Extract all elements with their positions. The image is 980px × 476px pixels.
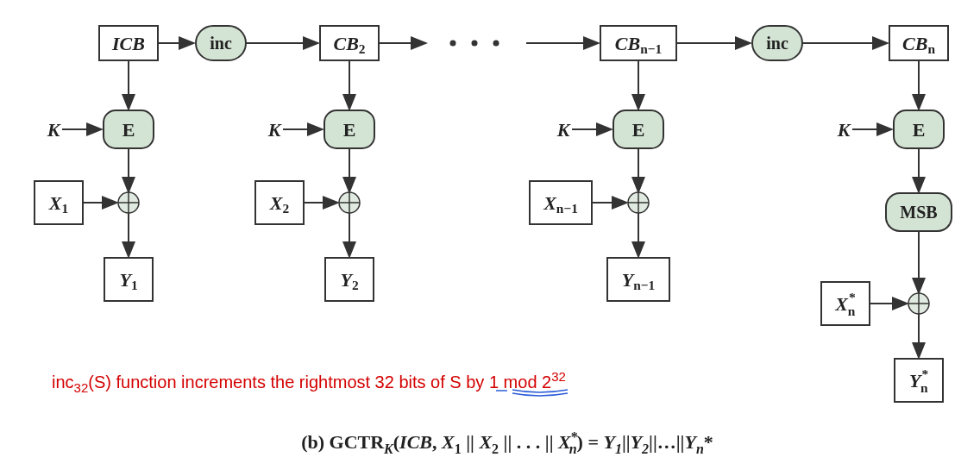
k3-label: K <box>556 119 571 141</box>
xns-label: X*n <box>834 290 856 318</box>
msb-label: MSB <box>900 203 937 222</box>
caption: (b) GCTRK(ICB, X1 || X2 || . . . || X*n)… <box>301 429 713 456</box>
k4-label: K <box>837 119 851 141</box>
annotation-text: inc32(S) function increments the rightmo… <box>52 369 566 395</box>
e2-label: E <box>343 119 356 141</box>
ellipsis-dot <box>472 41 478 47</box>
inc1-label: inc <box>210 34 232 53</box>
xor-3 <box>628 192 649 213</box>
e4-label: E <box>913 119 926 141</box>
ellipsis-dot <box>450 41 456 47</box>
ellipsis-dot <box>493 41 499 47</box>
k1-label: K <box>47 119 61 141</box>
xor-2 <box>339 192 360 213</box>
yns-label: Y*n <box>909 366 928 395</box>
k2-label: K <box>267 119 282 141</box>
xor-1 <box>118 192 139 213</box>
e1-label: E <box>122 119 135 141</box>
icb-label: ICB <box>111 33 145 54</box>
underline-mod-2 <box>512 393 568 396</box>
e3-label: E <box>632 119 645 141</box>
inc2-label: inc <box>766 34 788 53</box>
xor-4 <box>908 293 929 314</box>
gctr-diagram: ICB inc CB2 CBn−1 inc CBn E K E K E K E … <box>17 17 980 476</box>
